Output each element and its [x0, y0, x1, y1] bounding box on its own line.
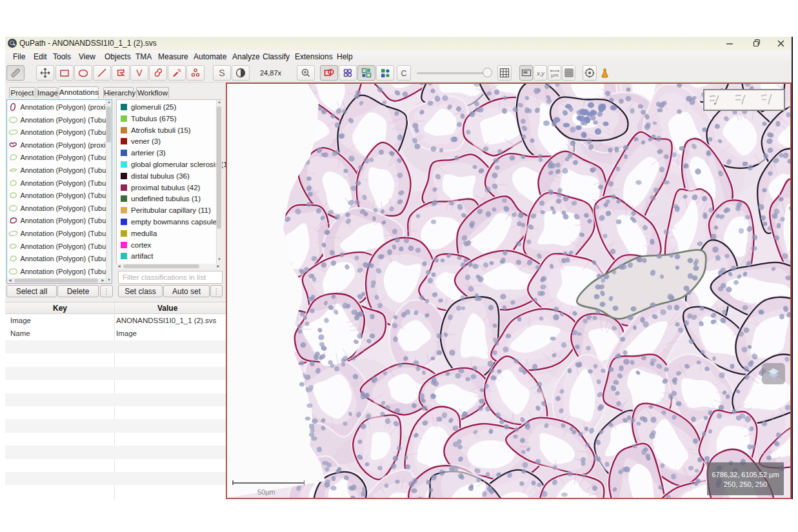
- svg-text:S: S: [219, 68, 224, 78]
- svg-text:V: V: [136, 68, 143, 78]
- svg-text:x,y: x,y: [536, 70, 544, 77]
- svg-text:C: C: [401, 69, 406, 78]
- svg-text:µm: µm: [551, 72, 559, 78]
